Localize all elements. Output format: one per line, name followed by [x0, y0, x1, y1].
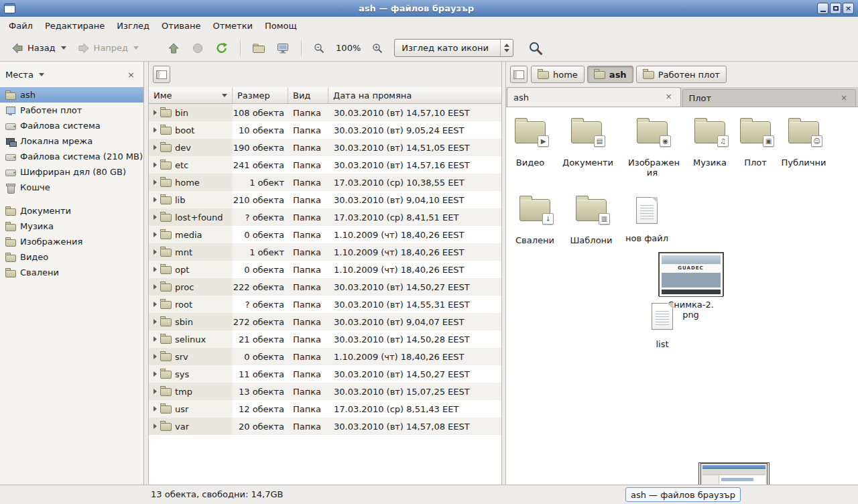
- computer-button[interactable]: [271, 38, 295, 58]
- table-row[interactable]: etc 241 обекта Папка 30.03.2010 (вт) 14,…: [149, 156, 501, 174]
- pathbar-button[interactable]: home: [531, 66, 585, 83]
- table-row[interactable]: usr 12 обекта Папка 17.03.2010 (ср) 8,51…: [149, 400, 501, 418]
- sidebar-item[interactable]: Работен плот: [0, 103, 143, 118]
- table-row[interactable]: home 1 обект Папка 17.03.2010 (ср) 10,38…: [149, 174, 501, 191]
- grid-item[interactable]: ☺: [780, 115, 828, 168]
- grid-item[interactable]: list: [638, 299, 686, 349]
- location-button[interactable]: [153, 66, 170, 83]
- expander-icon[interactable]: [154, 389, 157, 394]
- combobox-spinner[interactable]: [500, 40, 513, 56]
- sidebar-item[interactable]: Локална мрежа: [0, 133, 143, 149]
- reload-button[interactable]: [210, 38, 234, 58]
- expander-icon[interactable]: [154, 110, 157, 115]
- table-row[interactable]: lost+found ? обекта Папка 17.03.2010 (ср…: [149, 208, 501, 226]
- minimize-button[interactable]: [817, 3, 829, 14]
- grid-item[interactable]: Снимка-1. png: [698, 462, 770, 485]
- menu-item[interactable]: Отиване: [156, 17, 206, 35]
- table-row[interactable]: srv 0 обекта Папка 1.10.2009 (чт) 18,40,…: [149, 348, 501, 365]
- sidebar-item[interactable]: Файлова система: [0, 118, 143, 133]
- expander-icon[interactable]: [154, 424, 157, 429]
- zoom-in-button[interactable]: [366, 39, 389, 58]
- menu-item[interactable]: Отметки: [206, 17, 258, 35]
- expander-icon[interactable]: [154, 127, 157, 133]
- tab-close-icon[interactable]: ×: [839, 93, 849, 104]
- sidebar-item[interactable]: Музика: [0, 218, 143, 234]
- expander-icon[interactable]: [154, 406, 157, 412]
- column-header-date[interactable]: Дата на промяна: [328, 87, 501, 103]
- column-header-size[interactable]: Размер: [233, 87, 288, 103]
- table-row[interactable]: root ? обекта Папка 30.03.2010 (вт) 14,5…: [149, 296, 501, 313]
- home-button[interactable]: [247, 38, 271, 58]
- pathbar-button[interactable]: ash: [587, 66, 633, 83]
- table-row[interactable]: bin 108 обекта Папка 30.03.2010 (вт) 14,…: [149, 104, 501, 121]
- pathbar-button[interactable]: Работен плот: [636, 66, 727, 83]
- expander-icon[interactable]: [154, 319, 157, 324]
- expander-icon[interactable]: [154, 180, 157, 185]
- pane-splitter[interactable]: [501, 62, 506, 485]
- grid-item[interactable]: ↓: [511, 193, 559, 245]
- places-chevron-icon[interactable]: [39, 73, 44, 76]
- pathbar-root-button[interactable]: [510, 66, 528, 83]
- stop-button[interactable]: [186, 38, 210, 58]
- sidebar-item[interactable]: Видео: [0, 249, 143, 265]
- sidebar-item[interactable]: Файлова система (210 MB): [0, 149, 143, 164]
- sidebar-item[interactable]: Документи: [0, 203, 143, 218]
- taskbar-window-button[interactable]: ash — файлов браузър: [625, 487, 741, 502]
- tab[interactable]: ash ×: [507, 87, 681, 107]
- close-button[interactable]: ×: [843, 3, 854, 14]
- table-row[interactable]: boot 10 обекта Папка 30.03.2010 (вт) 9,0…: [149, 121, 501, 139]
- table-row[interactable]: opt 0 обекта Папка 1.10.2009 (чт) 18,40,…: [149, 261, 501, 278]
- column-header-name[interactable]: Име: [149, 87, 233, 103]
- tab[interactable]: Плот ×: [682, 89, 857, 107]
- back-button[interactable]: Назад: [5, 38, 72, 58]
- menu-item[interactable]: Изглед: [111, 17, 156, 35]
- sidebar-item[interactable]: Кошче: [0, 180, 143, 195]
- expander-icon[interactable]: [154, 284, 157, 290]
- sidebar-item[interactable]: Шифриран дял (80 GB): [0, 164, 143, 180]
- sidebar-item[interactable]: [0, 195, 143, 203]
- expander-icon[interactable]: [154, 371, 157, 377]
- menu-item[interactable]: Файл: [3, 17, 39, 35]
- sidebar-item[interactable]: Свалени: [0, 265, 143, 280]
- sidebar-item[interactable]: ash: [0, 87, 143, 103]
- view-mode-combobox[interactable]: Изглед като икони: [394, 39, 513, 57]
- menu-item[interactable]: Помощ: [259, 17, 303, 35]
- grid-item[interactable]: ♫: [686, 115, 734, 168]
- table-row[interactable]: media 0 обекта Папка 1.10.2009 (чт) 18,4…: [149, 226, 501, 243]
- up-button[interactable]: [162, 38, 186, 58]
- grid-item[interactable]: ▣: [731, 115, 780, 168]
- table-row[interactable]: sys 11 обекта Папка 30.03.2010 (вт) 14,5…: [149, 365, 501, 383]
- table-row[interactable]: lib 210 обекта Папка 30.03.2010 (вт) 9,0…: [149, 191, 501, 208]
- table-row[interactable]: var 20 обекта Папка 30.03.2010 (вт) 14,5…: [149, 418, 501, 435]
- expander-icon[interactable]: [154, 302, 157, 307]
- forward-button[interactable]: Напред: [72, 38, 144, 58]
- menu-item[interactable]: Редактиране: [39, 17, 111, 35]
- expander-icon[interactable]: [154, 214, 157, 220]
- back-history-chevron-icon[interactable]: [61, 46, 66, 50]
- table-row[interactable]: mnt 1 обект Папка 1.10.2009 (чт) 18,40,2…: [149, 243, 501, 261]
- search-button[interactable]: [523, 38, 548, 59]
- grid-item[interactable]: ▥: [567, 193, 615, 245]
- expander-icon[interactable]: [154, 197, 157, 202]
- zoom-out-button[interactable]: [308, 39, 330, 58]
- grid-item[interactable]: GUADEC GUADEC: [658, 252, 724, 296]
- table-row[interactable]: selinux 21 обекта Папка 30.03.2010 (вт) …: [149, 330, 501, 348]
- grid-item[interactable]: ▤: [562, 115, 611, 168]
- places-close-icon[interactable]: ×: [124, 68, 138, 81]
- places-title[interactable]: Места: [5, 70, 37, 80]
- table-row[interactable]: dev 190 обекта Папка 30.03.2010 (вт) 14,…: [149, 139, 501, 156]
- grid-item[interactable]: ▶: [506, 115, 554, 168]
- pane-splitter[interactable]: [144, 62, 149, 485]
- expander-icon[interactable]: [154, 232, 157, 237]
- table-row[interactable]: tmp 13 обекта Папка 30.03.2010 (вт) 15,0…: [149, 383, 501, 400]
- table-row[interactable]: sbin 272 обекта Папка 30.03.2010 (вт) 9,…: [149, 313, 501, 330]
- column-header-kind[interactable]: Вид: [288, 87, 328, 103]
- grid-item[interactable]: нов файл: [623, 193, 671, 243]
- maximize-button[interactable]: [830, 3, 841, 14]
- grid-item[interactable]: ◉: [628, 115, 676, 178]
- expander-icon[interactable]: [154, 249, 157, 255]
- expander-icon[interactable]: [154, 336, 157, 342]
- expander-icon[interactable]: [154, 267, 157, 272]
- expander-icon[interactable]: [154, 145, 157, 150]
- expander-icon[interactable]: [154, 354, 157, 359]
